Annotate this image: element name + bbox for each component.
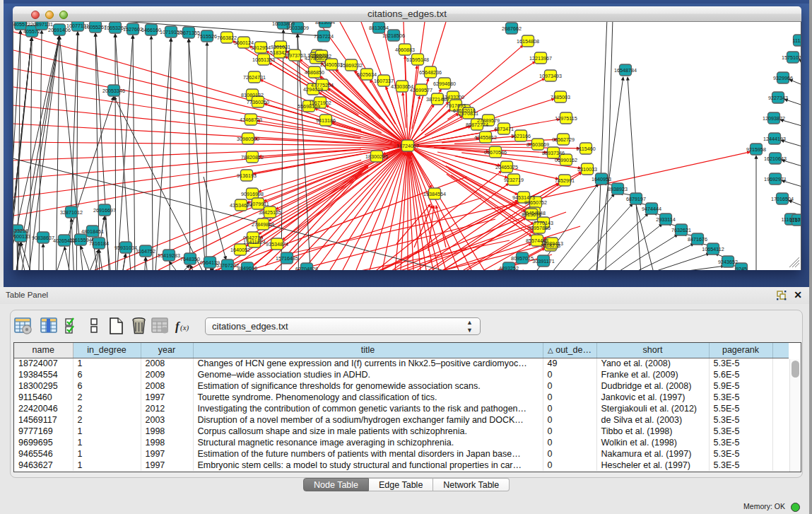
svg-text:62704828: 62704828	[295, 266, 318, 271]
svg-text:06990162: 06990162	[555, 157, 577, 163]
svg-text:17016504: 17016504	[771, 196, 794, 202]
svg-text:90838637: 90838637	[32, 235, 54, 241]
svg-text:6025634: 6025634	[357, 71, 377, 78]
svg-text:53419283: 53419283	[158, 252, 180, 259]
svg-text:8938923: 8938923	[608, 186, 628, 192]
svg-text:7452991: 7452991	[555, 177, 575, 184]
svg-text:78820812: 78820812	[241, 154, 264, 160]
svg-text:47775204: 47775204	[311, 82, 334, 88]
svg-text:9136193: 9136193	[237, 173, 257, 179]
svg-text:7632621: 7632621	[671, 227, 691, 233]
svg-text:13433200: 13433200	[442, 94, 464, 100]
svg-text:15716485: 15716485	[276, 255, 298, 262]
svg-text:51079911: 51079911	[247, 201, 269, 207]
svg-text:405572: 405572	[23, 28, 40, 35]
svg-text:86872774: 86872774	[466, 122, 488, 128]
svg-text:1640953: 1640953	[592, 176, 611, 182]
svg-text:93534874: 93534874	[266, 241, 288, 247]
svg-text:12093872: 12093872	[763, 115, 785, 122]
svg-text:74989413: 74989413	[541, 240, 563, 247]
svg-text:(x): (x)	[180, 323, 189, 332]
svg-text:9329966: 9329966	[773, 75, 793, 81]
svg-text:8813054: 8813054	[315, 22, 335, 25]
svg-text:8471676: 8471676	[688, 236, 707, 243]
svg-text:27849808: 27849808	[252, 221, 274, 228]
svg-text:62994680: 62994680	[433, 81, 456, 87]
svg-text:1405572: 1405572	[13, 22, 30, 28]
svg-text:19384554: 19384554	[423, 191, 446, 197]
svg-text:29973763: 29973763	[283, 52, 306, 59]
svg-text:16154808: 16154808	[517, 38, 539, 45]
svg-text:4586850: 4586850	[305, 69, 324, 76]
svg-text:4873471: 4873471	[494, 126, 514, 132]
svg-text:4893252: 4893252	[499, 265, 519, 271]
svg-text:9227343: 9227343	[768, 95, 788, 101]
svg-text:7816184: 7816184	[89, 240, 109, 247]
svg-text:2687662: 2687662	[502, 25, 522, 32]
svg-text:87603669: 87603669	[526, 141, 549, 148]
svg-text:9215958: 9215958	[746, 146, 766, 153]
svg-text:7648350: 7648350	[180, 256, 200, 262]
svg-text:7515526: 7515526	[197, 33, 217, 40]
svg-text:9413186: 9413186	[316, 117, 336, 124]
svg-text:34957885: 34957885	[528, 225, 551, 231]
svg-text:1640052: 1640052	[230, 247, 250, 253]
svg-text:61595148: 61595148	[406, 57, 429, 63]
svg-text:9245: 9245	[736, 266, 747, 271]
svg-text:16033809: 16033809	[286, 25, 309, 31]
svg-text:19692971: 19692971	[764, 176, 787, 182]
svg-text:9232719: 9232719	[504, 177, 524, 183]
svg-text:16210643: 16210643	[764, 156, 787, 162]
svg-text:81080132: 81080132	[241, 92, 264, 98]
svg-text:8313678: 8313678	[522, 211, 541, 218]
svg-text:1527602: 1527602	[123, 26, 143, 33]
svg-text:9474444: 9474444	[642, 206, 661, 212]
svg-text:3912954: 3912954	[251, 45, 271, 51]
svg-text:3623166: 3623166	[511, 133, 531, 139]
svg-text:95931034: 95931034	[114, 245, 137, 251]
svg-text:10654112: 10654112	[702, 246, 724, 252]
svg-text:26916697: 26916697	[93, 207, 116, 214]
svg-text:2870831: 2870831	[459, 110, 478, 117]
svg-text:30980500: 30980500	[237, 136, 259, 142]
svg-text:15751074: 15751074	[782, 54, 801, 61]
svg-text:18300295: 18300295	[365, 153, 388, 160]
svg-text:11123: 11123	[793, 37, 801, 44]
svg-text:18724007: 18724007	[396, 143, 419, 149]
svg-text:20465375: 20465375	[495, 164, 518, 170]
svg-text:99650752: 99650752	[524, 199, 547, 206]
svg-text:20053346: 20053346	[102, 88, 125, 94]
svg-text:10973493: 10973493	[539, 73, 562, 79]
svg-text:7485003: 7485003	[551, 94, 570, 100]
svg-text:9243652: 9243652	[718, 259, 738, 265]
svg-text:10651333: 10651333	[252, 57, 275, 63]
svg-text:116753: 116753	[789, 217, 801, 223]
svg-text:6879197: 6879197	[626, 196, 646, 202]
svg-text:43455812: 43455812	[474, 134, 497, 141]
svg-text:06562729: 06562729	[552, 136, 575, 143]
svg-text:65648236: 65648236	[419, 69, 442, 76]
svg-text:15869232: 15869232	[340, 62, 363, 69]
svg-text:80957015: 80957015	[511, 255, 534, 262]
svg-text:5310033: 5310033	[577, 166, 597, 173]
svg-text:8813054: 8813054	[369, 25, 389, 31]
svg-text:38425135: 38425135	[259, 209, 281, 216]
svg-text:9115460: 9115460	[576, 146, 595, 152]
svg-text:12444193: 12444193	[763, 136, 786, 142]
svg-text:88937346: 88937346	[542, 150, 565, 156]
svg-text:2805982: 2805982	[312, 53, 331, 59]
svg-text:47468723: 47468723	[240, 117, 262, 123]
svg-text:0842710: 0842710	[243, 235, 263, 241]
svg-text:09670546: 09670546	[484, 149, 507, 156]
svg-text:12975115: 12975115	[555, 115, 577, 122]
svg-text:72624731: 72624731	[243, 74, 266, 81]
svg-text:32871012: 32871012	[60, 209, 83, 216]
svg-text:8849696: 8849696	[237, 265, 257, 271]
svg-text:90916998: 90916998	[241, 191, 264, 197]
svg-text:53767242: 53767242	[216, 262, 239, 269]
svg-text:16548784: 16548784	[614, 67, 637, 74]
svg-text:12213967: 12213967	[529, 55, 552, 62]
svg-text:11671902: 11671902	[309, 100, 331, 106]
svg-text:7357224: 7357224	[314, 33, 334, 40]
svg-text:3164752: 3164752	[136, 248, 155, 255]
